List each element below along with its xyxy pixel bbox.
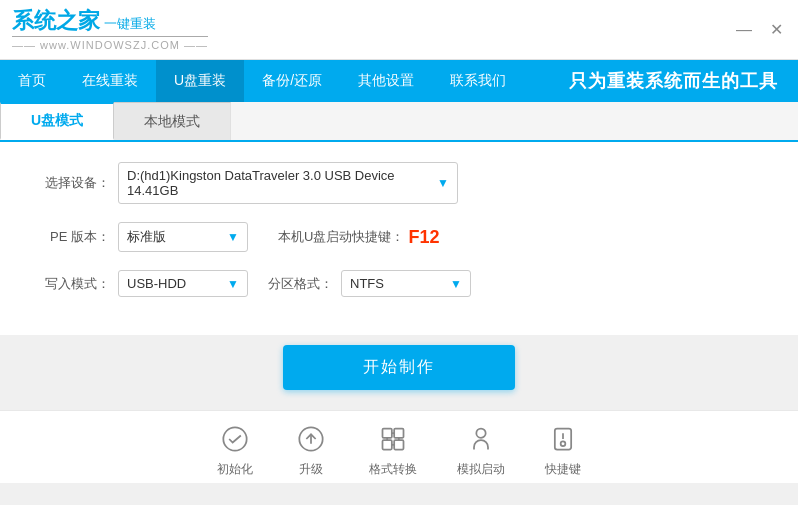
title-bar: 系统之家一键重装 —— www.WINDOWSZJ.COM —— — ✕ bbox=[0, 0, 798, 60]
app-logo: 系统之家一键重装 —— www.WINDOWSZJ.COM —— bbox=[12, 8, 208, 51]
partition-select[interactable]: NTFS ▼ bbox=[341, 270, 471, 297]
init-label: 初始化 bbox=[217, 461, 253, 478]
partition-arrow-icon: ▼ bbox=[450, 277, 462, 291]
device-label: 选择设备： bbox=[40, 174, 110, 192]
device-value: D:(hd1)Kingston DataTraveler 3.0 USB Dev… bbox=[127, 168, 429, 198]
logo-text: 系统之家一键重装 bbox=[12, 8, 156, 34]
hotkey-label: 本机U盘启动快捷键： bbox=[278, 228, 404, 246]
hotkey-value: F12 bbox=[408, 227, 439, 248]
format-icon bbox=[375, 421, 411, 457]
minimize-button[interactable]: — bbox=[734, 21, 754, 39]
pe-value: 标准版 bbox=[127, 228, 166, 246]
toolbar-shortcut[interactable]: 快捷键 bbox=[545, 421, 581, 478]
upgrade-label: 升级 bbox=[299, 461, 323, 478]
partition-value: NTFS bbox=[350, 276, 384, 291]
tab-usb-mode[interactable]: U盘模式 bbox=[0, 102, 114, 140]
nav-slogan: 只为重装系统而生的工具 bbox=[569, 69, 798, 93]
nav-item-home[interactable]: 首页 bbox=[0, 60, 64, 102]
nav-bar: 首页 在线重装 U盘重装 备份/还原 其他设置 联系我们 只为重装系统而生的工具 bbox=[0, 60, 798, 102]
write-select[interactable]: USB-HDD ▼ bbox=[118, 270, 248, 297]
simulate-label: 模拟启动 bbox=[457, 461, 505, 478]
write-row: 写入模式： USB-HDD ▼ 分区格式： NTFS ▼ bbox=[40, 270, 758, 297]
form-area: 选择设备： D:(hd1)Kingston DataTraveler 3.0 U… bbox=[0, 142, 798, 335]
shortcut-label: 快捷键 bbox=[545, 461, 581, 478]
toolbar-init[interactable]: 初始化 bbox=[217, 421, 253, 478]
svg-rect-2 bbox=[383, 429, 392, 438]
pe-row: PE 版本： 标准版 ▼ 本机U盘启动快捷键： F12 bbox=[40, 222, 758, 252]
write-arrow-icon: ▼ bbox=[227, 277, 239, 291]
tab-bar: U盘模式 本地模式 bbox=[0, 102, 798, 142]
nav-item-online[interactable]: 在线重装 bbox=[64, 60, 156, 102]
nav-item-usb[interactable]: U盘重装 bbox=[156, 60, 244, 102]
svg-rect-3 bbox=[394, 429, 403, 438]
logo-main-text: 系统之家 bbox=[12, 8, 100, 33]
init-icon bbox=[217, 421, 253, 457]
pe-label: PE 版本： bbox=[40, 228, 110, 246]
device-arrow-icon: ▼ bbox=[437, 176, 449, 190]
nav-item-settings[interactable]: 其他设置 bbox=[340, 60, 432, 102]
shortcut-icon bbox=[545, 421, 581, 457]
pe-arrow-icon: ▼ bbox=[227, 230, 239, 244]
nav-item-contact[interactable]: 联系我们 bbox=[432, 60, 524, 102]
svg-rect-4 bbox=[383, 440, 392, 449]
toolbar-simulate[interactable]: 模拟启动 bbox=[457, 421, 505, 478]
logo-subtitle-text: 一键重装 bbox=[104, 16, 156, 31]
tab-local-mode[interactable]: 本地模式 bbox=[114, 102, 231, 140]
write-value: USB-HDD bbox=[127, 276, 186, 291]
svg-point-10 bbox=[476, 429, 485, 438]
nav-item-backup[interactable]: 备份/还原 bbox=[244, 60, 340, 102]
svg-point-12 bbox=[561, 441, 566, 446]
svg-point-0 bbox=[223, 427, 246, 450]
start-button[interactable]: 开始制作 bbox=[283, 345, 515, 390]
partition-label: 分区格式： bbox=[268, 275, 333, 293]
close-button[interactable]: ✕ bbox=[766, 20, 786, 39]
main-wrapper: U盘模式 本地模式 选择设备： D:(hd1)Kingston DataTrav… bbox=[0, 102, 798, 505]
logo-url: —— www.WINDOWSZJ.COM —— bbox=[12, 36, 208, 51]
nav-items: 首页 在线重装 U盘重装 备份/还原 其他设置 联系我们 bbox=[0, 60, 524, 102]
bottom-toolbar: 初始化 升级 bbox=[0, 410, 798, 483]
upgrade-icon bbox=[293, 421, 329, 457]
toolbar-upgrade[interactable]: 升级 bbox=[293, 421, 329, 478]
simulate-icon bbox=[463, 421, 499, 457]
device-select[interactable]: D:(hd1)Kingston DataTraveler 3.0 USB Dev… bbox=[118, 162, 458, 204]
start-btn-row: 开始制作 bbox=[0, 345, 798, 390]
write-label: 写入模式： bbox=[40, 275, 110, 293]
format-label: 格式转换 bbox=[369, 461, 417, 478]
pe-select[interactable]: 标准版 ▼ bbox=[118, 222, 248, 252]
toolbar-format[interactable]: 格式转换 bbox=[369, 421, 417, 478]
window-controls: — ✕ bbox=[734, 20, 786, 39]
device-row: 选择设备： D:(hd1)Kingston DataTraveler 3.0 U… bbox=[40, 162, 758, 204]
svg-rect-5 bbox=[394, 440, 403, 449]
